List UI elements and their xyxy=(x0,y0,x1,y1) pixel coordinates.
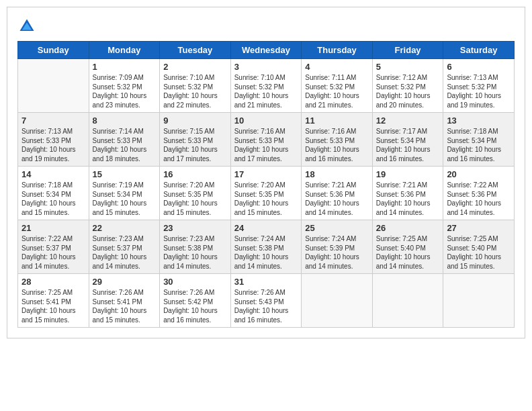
calendar-cell: 20Sunrise: 7:22 AMSunset: 5:36 PMDayligh… xyxy=(443,167,515,220)
day-number: 4 xyxy=(305,62,369,72)
day-info: Sunrise: 7:15 AMSunset: 5:33 PMDaylight:… xyxy=(163,127,227,163)
day-number: 18 xyxy=(305,169,369,179)
day-number: 11 xyxy=(305,116,369,126)
day-info: Sunrise: 7:16 AMSunset: 5:33 PMDaylight:… xyxy=(234,127,298,163)
calendar-cell: 13Sunrise: 7:18 AMSunset: 5:34 PMDayligh… xyxy=(443,113,515,167)
calendar-cell xyxy=(302,274,373,328)
day-info: Sunrise: 7:25 AMSunset: 5:40 PMDaylight:… xyxy=(376,234,440,271)
calendar-cell: 16Sunrise: 7:20 AMSunset: 5:35 PMDayligh… xyxy=(160,167,231,220)
day-info: Sunrise: 7:20 AMSunset: 5:35 PMDaylight:… xyxy=(163,181,227,217)
day-number: 24 xyxy=(234,223,298,233)
day-header-thursday: Thursday xyxy=(302,42,373,59)
day-number: 20 xyxy=(447,169,511,179)
day-info: Sunrise: 7:25 AMSunset: 5:40 PMDaylight:… xyxy=(447,234,511,271)
day-info: Sunrise: 7:23 AMSunset: 5:37 PMDaylight:… xyxy=(93,234,157,271)
calendar-week-4: 21Sunrise: 7:22 AMSunset: 5:37 PMDayligh… xyxy=(18,220,515,274)
logo xyxy=(17,17,38,36)
day-info: Sunrise: 7:26 AMSunset: 5:41 PMDaylight:… xyxy=(93,288,157,324)
calendar-cell xyxy=(443,274,515,328)
day-header-wednesday: Wednesday xyxy=(230,42,302,59)
calendar-cell: 14Sunrise: 7:18 AMSunset: 5:34 PMDayligh… xyxy=(18,167,89,220)
logo-icon xyxy=(17,17,36,36)
day-header-friday: Friday xyxy=(372,42,443,59)
day-info: Sunrise: 7:18 AMSunset: 5:34 PMDaylight:… xyxy=(447,127,511,163)
days-header-row: SundayMondayTuesdayWednesdayThursdayFrid… xyxy=(18,42,515,59)
day-number: 1 xyxy=(93,62,157,72)
day-number: 3 xyxy=(234,62,298,72)
calendar-cell xyxy=(18,59,89,113)
day-number: 10 xyxy=(234,116,298,126)
day-number: 9 xyxy=(163,116,227,126)
day-number: 23 xyxy=(163,223,227,233)
day-number: 25 xyxy=(305,223,369,233)
day-header-tuesday: Tuesday xyxy=(160,42,231,59)
calendar-cell: 6Sunrise: 7:13 AMSunset: 5:32 PMDaylight… xyxy=(443,59,515,113)
day-number: 14 xyxy=(21,169,85,179)
day-info: Sunrise: 7:17 AMSunset: 5:34 PMDaylight:… xyxy=(376,127,440,163)
calendar-week-1: 1Sunrise: 7:09 AMSunset: 5:32 PMDaylight… xyxy=(18,59,515,113)
calendar-cell: 29Sunrise: 7:26 AMSunset: 5:41 PMDayligh… xyxy=(89,274,160,328)
calendar-cell: 11Sunrise: 7:16 AMSunset: 5:33 PMDayligh… xyxy=(302,113,373,167)
header xyxy=(17,14,515,36)
calendar-page: SundayMondayTuesdayWednesdayThursdayFrid… xyxy=(7,7,525,338)
day-info: Sunrise: 7:22 AMSunset: 5:37 PMDaylight:… xyxy=(21,234,85,271)
day-info: Sunrise: 7:12 AMSunset: 5:32 PMDaylight:… xyxy=(376,73,440,109)
calendar-cell: 23Sunrise: 7:23 AMSunset: 5:38 PMDayligh… xyxy=(160,220,231,274)
day-info: Sunrise: 7:09 AMSunset: 5:32 PMDaylight:… xyxy=(93,73,157,109)
calendar-cell: 9Sunrise: 7:15 AMSunset: 5:33 PMDaylight… xyxy=(160,113,231,167)
day-info: Sunrise: 7:24 AMSunset: 5:38 PMDaylight:… xyxy=(234,234,298,271)
day-header-saturday: Saturday xyxy=(443,42,515,59)
day-number: 6 xyxy=(447,62,511,72)
calendar-cell: 8Sunrise: 7:14 AMSunset: 5:33 PMDaylight… xyxy=(89,113,160,167)
day-info: Sunrise: 7:18 AMSunset: 5:34 PMDaylight:… xyxy=(21,181,85,217)
day-number: 29 xyxy=(93,277,157,287)
calendar-cell: 17Sunrise: 7:20 AMSunset: 5:35 PMDayligh… xyxy=(230,167,302,220)
day-number: 31 xyxy=(234,277,298,287)
day-number: 12 xyxy=(376,116,440,126)
day-info: Sunrise: 7:20 AMSunset: 5:35 PMDaylight:… xyxy=(234,181,298,217)
day-info: Sunrise: 7:26 AMSunset: 5:42 PMDaylight:… xyxy=(163,288,227,324)
day-number: 21 xyxy=(21,223,85,233)
calendar-week-3: 14Sunrise: 7:18 AMSunset: 5:34 PMDayligh… xyxy=(18,167,515,220)
calendar-cell: 28Sunrise: 7:25 AMSunset: 5:41 PMDayligh… xyxy=(18,274,89,328)
calendar-cell: 7Sunrise: 7:13 AMSunset: 5:33 PMDaylight… xyxy=(18,113,89,167)
calendar-cell: 1Sunrise: 7:09 AMSunset: 5:32 PMDaylight… xyxy=(89,59,160,113)
day-number: 27 xyxy=(447,223,511,233)
day-info: Sunrise: 7:26 AMSunset: 5:43 PMDaylight:… xyxy=(234,288,298,324)
calendar-cell: 12Sunrise: 7:17 AMSunset: 5:34 PMDayligh… xyxy=(372,113,443,167)
calendar-cell: 22Sunrise: 7:23 AMSunset: 5:37 PMDayligh… xyxy=(89,220,160,274)
calendar-cell: 18Sunrise: 7:21 AMSunset: 5:36 PMDayligh… xyxy=(302,167,373,220)
day-number: 7 xyxy=(21,116,85,126)
calendar-cell: 2Sunrise: 7:10 AMSunset: 5:32 PMDaylight… xyxy=(160,59,231,113)
calendar-cell: 21Sunrise: 7:22 AMSunset: 5:37 PMDayligh… xyxy=(18,220,89,274)
calendar-cell: 24Sunrise: 7:24 AMSunset: 5:38 PMDayligh… xyxy=(230,220,302,274)
day-info: Sunrise: 7:25 AMSunset: 5:41 PMDaylight:… xyxy=(21,288,85,324)
day-number: 22 xyxy=(93,223,157,233)
day-info: Sunrise: 7:21 AMSunset: 5:36 PMDaylight:… xyxy=(305,181,369,217)
day-header-monday: Monday xyxy=(89,42,160,59)
day-number: 2 xyxy=(163,62,227,72)
day-number: 26 xyxy=(376,223,440,233)
day-number: 5 xyxy=(376,62,440,72)
day-info: Sunrise: 7:13 AMSunset: 5:33 PMDaylight:… xyxy=(21,127,85,163)
calendar-cell xyxy=(372,274,443,328)
day-header-sunday: Sunday xyxy=(18,42,89,59)
calendar-cell: 15Sunrise: 7:19 AMSunset: 5:34 PMDayligh… xyxy=(89,167,160,220)
calendar-cell: 4Sunrise: 7:11 AMSunset: 5:32 PMDaylight… xyxy=(302,59,373,113)
calendar-cell: 25Sunrise: 7:24 AMSunset: 5:39 PMDayligh… xyxy=(302,220,373,274)
day-number: 13 xyxy=(447,116,511,126)
day-number: 16 xyxy=(163,169,227,179)
day-info: Sunrise: 7:13 AMSunset: 5:32 PMDaylight:… xyxy=(447,73,511,109)
calendar-cell: 31Sunrise: 7:26 AMSunset: 5:43 PMDayligh… xyxy=(230,274,302,328)
calendar-cell: 19Sunrise: 7:21 AMSunset: 5:36 PMDayligh… xyxy=(372,167,443,220)
day-info: Sunrise: 7:16 AMSunset: 5:33 PMDaylight:… xyxy=(305,127,369,163)
day-info: Sunrise: 7:23 AMSunset: 5:38 PMDaylight:… xyxy=(163,234,227,271)
day-info: Sunrise: 7:21 AMSunset: 5:36 PMDaylight:… xyxy=(376,181,440,217)
calendar-cell: 10Sunrise: 7:16 AMSunset: 5:33 PMDayligh… xyxy=(230,113,302,167)
calendar-cell: 30Sunrise: 7:26 AMSunset: 5:42 PMDayligh… xyxy=(160,274,231,328)
calendar-week-2: 7Sunrise: 7:13 AMSunset: 5:33 PMDaylight… xyxy=(18,113,515,167)
day-info: Sunrise: 7:10 AMSunset: 5:32 PMDaylight:… xyxy=(163,73,227,109)
calendar-cell: 3Sunrise: 7:10 AMSunset: 5:32 PMDaylight… xyxy=(230,59,302,113)
calendar-cell: 27Sunrise: 7:25 AMSunset: 5:40 PMDayligh… xyxy=(443,220,515,274)
calendar-cell: 26Sunrise: 7:25 AMSunset: 5:40 PMDayligh… xyxy=(372,220,443,274)
